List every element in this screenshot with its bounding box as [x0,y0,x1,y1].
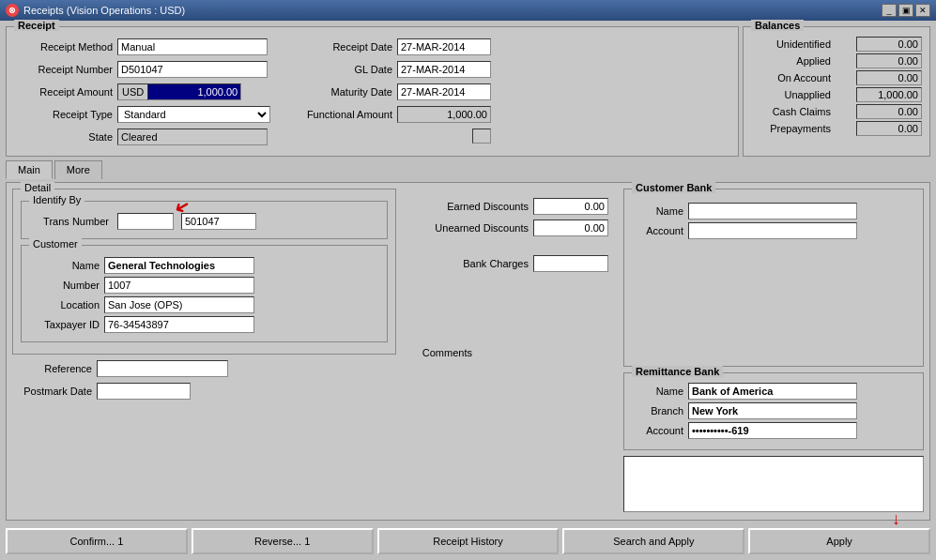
remittance-bank-branch-label: Branch [632,405,688,416]
bank-charges-input[interactable] [533,255,608,272]
reverse-button[interactable]: Reverse... 1 [192,528,374,554]
receipt-type-select[interactable]: Standard [117,106,270,123]
balance-unidentified-value: 0.00 [856,37,922,52]
customer-group-title: Customer [29,238,82,250]
tab-more[interactable]: More [54,160,102,179]
receipt-date-row: Receipt Date [299,38,491,55]
title-bar-controls[interactable]: _ ▣ ✕ [882,4,930,17]
customer-taxpayer-row: Taxpayer ID [29,316,379,333]
trans-number-row: Trans Number ➜ [29,213,379,230]
balance-on-account-value: 0.00 [856,70,922,85]
comments-textarea[interactable] [623,456,924,512]
right-section: Customer Bank Name Account Rem [623,189,924,514]
remittance-bank-account-input[interactable] [688,422,857,439]
gl-date-row: GL Date [299,61,491,78]
remittance-bank-account-label: Account [632,425,688,436]
state-row: State [14,129,270,145]
balance-cash-claims: Cash Claims 0.00 [751,104,922,119]
balance-unidentified: Unidentified 0.00 [751,37,922,52]
balance-applied-value: 0.00 [856,53,922,68]
customer-bank-account-row: Account [632,222,915,239]
remittance-bank-title: Remittance Bank [632,366,723,377]
customer-taxpayer-label: Taxpayer ID [29,319,104,330]
reference-input[interactable] [97,360,228,377]
trans-number-input2[interactable] [181,213,256,230]
comments-label: Comments [411,347,477,358]
customer-taxpayer-input[interactable] [104,316,254,333]
bank-charges-row: Bank Charges [411,255,608,272]
maturity-date-row: Maturity Date [299,83,491,100]
remittance-bank-name-input[interactable] [688,383,857,400]
customer-group: Customer Name Number Location [21,245,388,342]
receipt-number-input[interactable] [117,61,268,78]
search-and-apply-button[interactable]: Search and Apply [562,528,744,554]
customer-bank-name-label: Name [632,205,688,217]
balance-applied: Applied 0.00 [751,53,922,68]
customer-bank-account-input[interactable] [688,222,857,239]
remittance-bank-branch-input[interactable] [688,402,857,419]
content-area: Detail Identify By Trans Number ➜ [6,182,930,521]
customer-fields: Name Number Location [29,257,379,333]
customer-bank-title: Customer Bank [632,182,715,193]
functional-amount-row: Functional Amount [299,106,491,123]
remittance-bank-name-row: Name [632,383,915,400]
receipt-content: Receipt Method Receipt Number Receipt Am… [14,31,730,148]
balance-prepayments-label: Prepayments [751,123,836,134]
receipt-number-label: Receipt Number [14,64,117,75]
reference-row: Reference [12,360,396,377]
balances-group: Balances Unidentified 0.00 Applied 0.00 … [743,26,930,157]
bank-charges-label: Bank Charges [411,258,533,269]
customer-number-input[interactable] [104,277,254,294]
unearned-discounts-input[interactable] [533,219,608,236]
balance-unapplied-value: 1,000.00 [856,87,922,102]
trans-number-input1[interactable] [117,213,174,230]
receipt-type-row: Receipt Type Standard [14,106,270,123]
customer-bank-name-input[interactable] [688,203,857,219]
balance-cash-claims-label: Cash Claims [751,106,836,117]
balances-content: Unidentified 0.00 Applied 0.00 On Accoun… [751,31,922,136]
earned-discounts-input[interactable] [533,198,608,215]
restore-button[interactable]: ▣ [898,4,913,17]
receipt-type-label: Receipt Type [14,109,117,120]
balances-group-title: Balances [751,20,804,31]
balance-on-account: On Account 0.00 [751,70,922,85]
top-row: Receipt Receipt Method Receipt Number [6,26,930,157]
confirm-button[interactable]: Confirm... 1 [6,528,188,554]
receipt-amount-row: Receipt Amount USD [14,83,270,100]
receipt-date-input[interactable] [397,38,491,55]
discounts-section: Earned Discounts Unearned Discounts Bank… [402,189,618,514]
tab-main[interactable]: Main [6,160,53,179]
customer-location-input[interactable] [104,296,254,313]
receipt-method-row: Receipt Method [14,38,270,55]
receipt-amount-label: Receipt Amount [14,86,117,98]
gl-date-input[interactable] [397,61,491,78]
balance-applied-label: Applied [751,55,836,67]
remittance-bank-account-row: Account [632,422,915,439]
identify-by-title: Identify By [29,194,84,205]
maturity-date-label: Maturity Date [299,86,397,98]
balance-cash-claims-value: 0.00 [856,104,922,119]
receipt-group: Receipt Receipt Method Receipt Number [6,26,739,157]
receipt-history-button[interactable]: Receipt History [377,528,560,554]
maturity-date-input[interactable] [397,83,491,100]
balance-prepayments-value: 0.00 [856,121,922,136]
apply-button-label: Apply [826,536,852,547]
close-button[interactable]: ✕ [915,4,930,17]
customer-name-input[interactable] [104,257,254,274]
comments-row: Comments [411,347,608,358]
gl-date-label: GL Date [299,64,397,75]
arrow-apply: ↓ [892,509,900,529]
receipt-method-input[interactable] [117,38,268,55]
checkbox[interactable] [472,129,491,144]
bottom-bar: Confirm... 1 Reverse... 1 Receipt Histor… [6,524,930,554]
postmark-date-input[interactable] [97,383,191,400]
receipt-amount-input[interactable] [147,83,241,100]
content-inner: Detail Identify By Trans Number ➜ [12,189,924,514]
tabs-row: Main More [6,160,930,179]
customer-bank-group: Customer Bank Name Account [623,189,924,367]
apply-button[interactable]: Apply ↓ [748,528,930,554]
receipt-right: Receipt Date GL Date Maturity Date [299,38,491,148]
receipt-method-label: Receipt Method [14,41,117,53]
remittance-bank-group: Remittance Bank Name Branch Account [623,372,924,450]
minimize-button[interactable]: _ [882,4,897,17]
